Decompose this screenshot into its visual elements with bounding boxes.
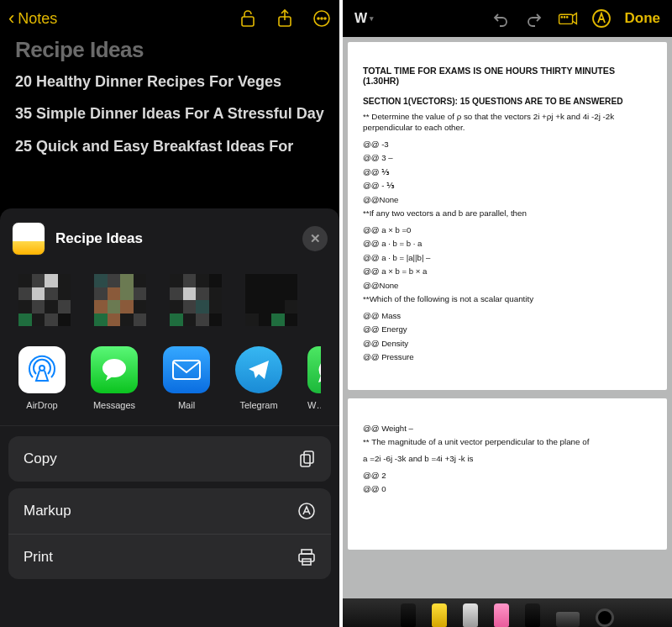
document-page: @@ Weight – ** The magnitude of a unit v… <box>348 398 667 550</box>
app-label: Messages <box>91 400 138 410</box>
answer-option: @@ Weight – <box>363 424 652 434</box>
notes-pane: ‹ Notes Recipe Ideas 20 Healthy Dinner R… <box>0 0 339 627</box>
pen-tool[interactable] <box>401 603 416 627</box>
airdrop-icon <box>18 346 66 393</box>
back-label: Notes <box>18 10 57 28</box>
note-title: Recipe Ideas <box>15 37 324 63</box>
notes-app-icon <box>12 222 45 256</box>
font-weight-menu[interactable]: W ▾ <box>354 11 374 26</box>
action-copy[interactable]: Copy <box>8 436 331 482</box>
done-label: Done <box>625 10 661 26</box>
app-label: Wh <box>307 400 321 410</box>
svg-point-17 <box>564 17 564 18</box>
answer-option: @@ 3 – <box>363 153 652 163</box>
page-heading: TOTAL TIME FOR EXAMS IS ONE HOURS THIRTY… <box>363 66 652 86</box>
notes-nav-bar: ‹ Notes <box>0 0 339 37</box>
note-line: 35 Simple Dinner Ideas For A Stressful D… <box>15 103 324 124</box>
printer-icon <box>297 549 316 566</box>
lock-icon[interactable] <box>239 9 257 28</box>
section-heading: SECTION 1(VECTORS): 15 QUESTIONS ARE TO … <box>363 96 652 107</box>
answer-option: @@ 0 <box>363 484 652 494</box>
app-label: Telegram <box>235 400 282 410</box>
markup-nav-bar: W ▾ Done <box>343 0 672 37</box>
svg-rect-8 <box>173 361 200 379</box>
question-text: ** Determine the value of ρ so that the … <box>363 112 652 133</box>
share-app-messages[interactable]: Messages <box>91 346 138 410</box>
share-sheet-title: Recipe Ideas <box>55 230 143 247</box>
answer-option: @@ Mass <box>363 311 652 321</box>
copy-icon <box>299 450 316 468</box>
share-contact[interactable] <box>18 274 71 326</box>
svg-rect-0 <box>242 17 254 26</box>
pencil-tool[interactable] <box>463 603 478 627</box>
eraser-tool[interactable] <box>494 603 509 627</box>
svg-point-4 <box>321 18 323 19</box>
note-body: Recipe Ideas 20 Healthy Dinner Recipes F… <box>0 37 339 156</box>
whatsapp-icon <box>307 346 321 393</box>
chevron-down-icon: ▾ <box>370 14 374 23</box>
note-line: 25 Quick and Easy Breakfast Ideas For <box>15 136 324 156</box>
share-sheet-header: Recipe Ideas ✕ <box>0 213 339 266</box>
share-contacts-row <box>0 266 339 340</box>
answer-option: @@ Density <box>363 339 652 349</box>
answer-option: @@ ⅓ <box>363 167 652 177</box>
lasso-tool[interactable] <box>525 603 540 627</box>
answer-option: @@ -3 <box>363 140 652 150</box>
action-label: Copy <box>24 450 57 467</box>
app-label: Mail <box>163 400 210 410</box>
share-app-whatsapp[interactable]: Wh <box>307 346 321 410</box>
w-label: W <box>354 11 367 26</box>
question-text: **Which of the following is not a scalar… <box>363 294 652 305</box>
share-sheet: Recipe Ideas ✕ AirDrop Mes <box>0 208 339 627</box>
svg-rect-13 <box>299 554 314 561</box>
share-app-airdrop[interactable]: AirDrop <box>18 346 66 410</box>
telegram-icon <box>235 346 282 393</box>
share-contact[interactable] <box>245 274 297 326</box>
answer-option: @@ a · b = b · a <box>363 239 652 249</box>
answer-option: @@ - ⅓ <box>363 181 652 191</box>
svg-point-7 <box>102 359 126 377</box>
undo-icon[interactable] <box>491 8 511 29</box>
action-label: Print <box>24 549 53 566</box>
svg-point-6 <box>39 366 45 371</box>
color-picker[interactable] <box>596 609 614 627</box>
back-button[interactable]: ‹ Notes <box>8 8 239 29</box>
svg-point-16 <box>561 17 562 18</box>
svg-rect-9 <box>304 451 313 463</box>
document-page: TOTAL TIME FOR EXAMS IS ONE HOURS THIRTY… <box>348 42 667 390</box>
app-label: AirDrop <box>18 400 66 410</box>
share-contact[interactable] <box>170 274 222 326</box>
messages-icon <box>91 346 138 393</box>
chevron-left-icon: ‹ <box>8 8 14 29</box>
action-markup[interactable]: Markup <box>8 488 331 534</box>
ruler-tool[interactable] <box>556 612 580 627</box>
answer-option: @@ a × b = b × a <box>363 266 652 277</box>
answer-option: @@None <box>363 195 652 205</box>
answer-option: @@ a × b =0 <box>363 225 652 235</box>
share-icon[interactable] <box>276 9 294 28</box>
highlighter-tool[interactable] <box>432 603 447 627</box>
redo-icon[interactable] <box>524 8 544 29</box>
svg-rect-15 <box>559 14 572 24</box>
share-contact[interactable] <box>94 274 146 326</box>
svg-rect-10 <box>301 455 310 466</box>
share-app-telegram[interactable]: Telegram <box>235 346 282 410</box>
done-button[interactable]: Done <box>625 10 661 27</box>
markup-pane: W ▾ Done TOTAL TIME FOR EXAMS IS ONE HOU… <box>343 0 672 627</box>
answer-option: @@ 2 <box>363 471 652 481</box>
answer-option: @@ Energy <box>363 324 652 335</box>
close-button[interactable]: ✕ <box>302 226 328 251</box>
svg-point-3 <box>318 18 319 19</box>
markup-toggle-icon[interactable] <box>591 8 612 29</box>
svg-point-18 <box>566 17 567 18</box>
svg-point-5 <box>324 18 326 19</box>
document-viewport[interactable]: TOTAL TIME FOR EXAMS IS ONE HOURS THIRTY… <box>348 42 667 597</box>
share-apps-row: AirDrop Messages Mail Telegram <box>0 340 339 426</box>
share-action-list: Copy Markup Print <box>0 426 339 579</box>
action-label: Markup <box>24 503 71 519</box>
share-app-mail[interactable]: Mail <box>163 346 210 410</box>
close-icon: ✕ <box>310 231 321 246</box>
action-print[interactable]: Print <box>8 534 331 579</box>
more-icon[interactable] <box>312 9 331 28</box>
annotate-icon[interactable] <box>558 8 578 29</box>
